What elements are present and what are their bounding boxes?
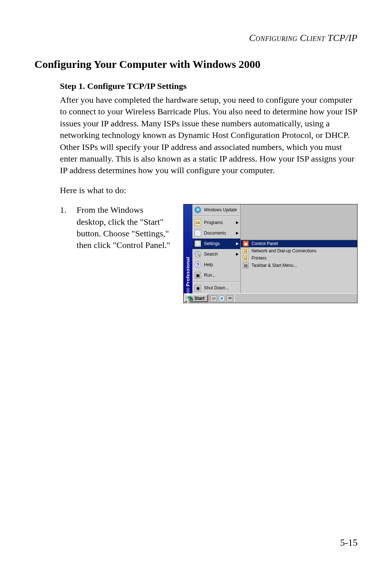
page-number: 5-15: [340, 537, 358, 548]
menu-label: Run...: [204, 272, 216, 278]
submenu-item-network[interactable]: ☷ Network and Dial-up Connections: [241, 247, 357, 255]
running-head: Configuring Client TCP/IP: [34, 33, 358, 44]
menu-label: Settings: [204, 241, 220, 247]
start-button-label: Start: [195, 296, 204, 301]
list-number: 1.: [60, 204, 67, 303]
menu-label: Shut Down...: [204, 285, 229, 291]
section-title: Configuring Your Computer with Windows 2…: [34, 58, 358, 70]
win2k-screenshot: Windows 2000 Professional ✦ Windows Upda…: [183, 204, 358, 303]
menu-item-programs[interactable]: ▭ Programs ▶: [192, 217, 240, 228]
taskbar: Start ▭ e ✉: [184, 293, 357, 303]
menu-separator: [193, 281, 240, 282]
settings-submenu-column: ▣ Control Panel ☷ Network and Dial-up Co…: [241, 204, 357, 293]
list-text: From the Windows desktop, click the "Sta…: [77, 204, 171, 303]
start-menu-banner: Windows 2000 Professional: [184, 204, 192, 293]
network-icon: ☷: [243, 248, 249, 254]
submenu-label: Network and Dial-up Connections: [252, 248, 317, 254]
start-menu: ✦ Windows Update ▭ Programs ▶ 📄 Document…: [192, 204, 241, 293]
menu-item-documents[interactable]: 📄 Documents ▶: [192, 228, 240, 238]
menu-item-windows-update[interactable]: ✦ Windows Update: [192, 204, 240, 215]
submenu-label: Printers: [252, 255, 266, 261]
run-icon: ▣: [195, 272, 201, 278]
documents-icon: 📄: [195, 230, 201, 236]
body-paragraph: Here is what to do:: [60, 184, 358, 196]
control-panel-icon: ▣: [243, 241, 249, 247]
chevron-right-icon: ▶: [236, 231, 239, 236]
settings-icon: ⚙: [195, 240, 201, 247]
quick-launch: ▭ e ✉: [209, 294, 235, 302]
menu-label: Help: [204, 262, 213, 268]
chevron-right-icon: ▶: [236, 252, 239, 257]
submenu-label: Control Panel: [252, 241, 278, 247]
taskbar-settings-icon: ▤: [243, 262, 249, 268]
internet-explorer-icon[interactable]: e: [219, 295, 225, 302]
menu-label: Windows Update: [204, 207, 237, 213]
banner-text: Windows 2000 Professional: [185, 257, 191, 319]
menu-separator: [193, 216, 240, 216]
submenu-item-printers[interactable]: ☷ Printers: [241, 255, 357, 262]
show-desktop-icon[interactable]: ▭: [211, 295, 217, 302]
body-paragraph: After you have completed the hardware se…: [60, 94, 358, 176]
globe-icon: ✦: [195, 207, 201, 213]
shutdown-icon: ◉: [195, 285, 201, 292]
document-page: Configuring Client TCP/IP Configuring Yo…: [0, 0, 392, 570]
menu-item-shutdown[interactable]: ◉ Shut Down...: [192, 283, 240, 293]
menu-item-run[interactable]: ▣ Run...: [192, 270, 240, 281]
help-icon: ?: [195, 261, 201, 268]
submenu-item-taskbar[interactable]: ▤ Taskbar & Start Menu...: [241, 262, 357, 269]
taskbar-empty: [235, 294, 357, 303]
instruction-list-item: 1. From the Windows desktop, click the "…: [60, 204, 358, 303]
submenu-label: Taskbar & Start Menu...: [252, 262, 297, 268]
programs-icon: ▭: [195, 219, 201, 226]
step-title: Step 1. Configure TCP/IP Settings: [60, 81, 358, 91]
chevron-right-icon: ▶: [236, 220, 239, 225]
search-icon: 🔍: [195, 251, 201, 257]
chevron-right-icon: ▶: [236, 241, 239, 246]
screenshot-figure: Windows 2000 Professional ✦ Windows Upda…: [183, 204, 358, 303]
submenu-spacer: [241, 204, 357, 240]
menu-item-search[interactable]: 🔍 Search ▶: [192, 249, 240, 260]
menu-label: Search: [204, 251, 218, 257]
outlook-icon[interactable]: ✉: [226, 295, 233, 302]
menu-item-settings[interactable]: ⚙ Settings ▶: [192, 239, 240, 249]
menu-label: Documents: [204, 230, 226, 236]
printers-icon: ☷: [243, 255, 249, 261]
menu-label: Programs: [204, 220, 223, 225]
settings-submenu: ▣ Control Panel ☷ Network and Dial-up Co…: [241, 240, 357, 293]
menu-item-help[interactable]: ? Help: [192, 260, 240, 270]
submenu-item-control-panel[interactable]: ▣ Control Panel: [241, 240, 357, 247]
